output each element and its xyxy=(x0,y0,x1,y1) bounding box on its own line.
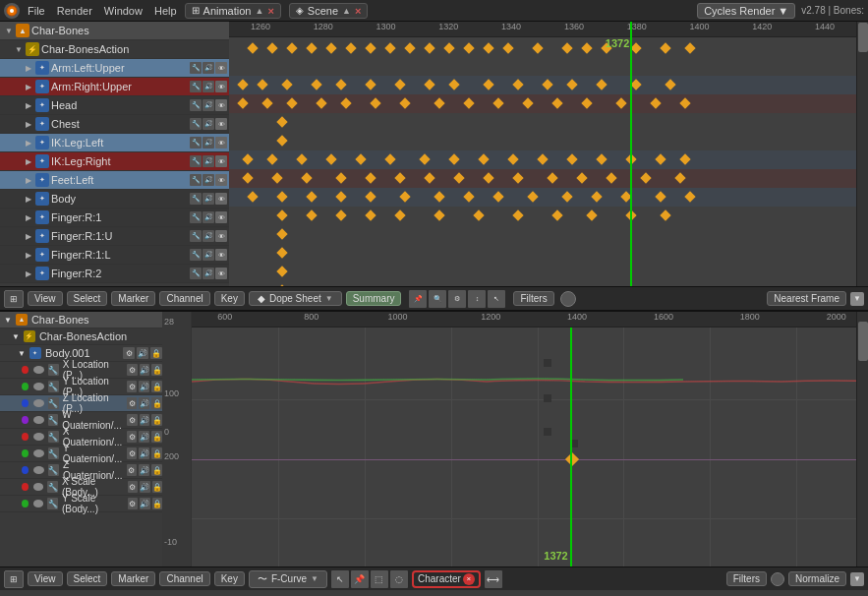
eye-icon: 👁 xyxy=(215,174,227,186)
settings-xquat[interactable]: ⚙ xyxy=(127,431,138,443)
settings-xloc[interactable]: ⚙ xyxy=(127,364,138,376)
eye-icon-zloc[interactable] xyxy=(33,399,44,407)
dope-sheet-scrollbar[interactable] xyxy=(856,22,868,286)
menu-render[interactable]: Render xyxy=(57,5,92,17)
settings-yloc[interactable]: ⚙ xyxy=(127,381,138,392)
filters-btn[interactable]: Filters xyxy=(513,291,553,306)
svg-rect-64 xyxy=(448,153,459,164)
color-dot-yq xyxy=(22,449,29,457)
channel-row-arm-left[interactable]: ▶ ✦ Arm:Left:Upper 🔧 🔊 👁 xyxy=(0,59,229,78)
channel-row-body[interactable]: ▶ ✦ Body 🔧 🔊 👁 xyxy=(0,190,229,209)
editor-type-scene[interactable]: ◈ Scene ▲ × xyxy=(289,3,369,19)
channel-row-finger-r1l[interactable]: ▶ ✦ Finger:R:1:L 🔧 🔊 👁 xyxy=(0,246,229,265)
tnum-1400: 1400 xyxy=(567,312,587,322)
settings-icon[interactable]: ⚙ xyxy=(448,290,466,308)
channel-row-chest[interactable]: ▶ ✦ Chest 🔧 🔊 👁 xyxy=(0,115,229,134)
fc-row-char-bones[interactable]: ▼ ▲ Char-Bones xyxy=(0,312,162,328)
fcurve-mode-dropdown[interactable]: 〜 F-Curve ▼ xyxy=(249,570,327,588)
box-select[interactable]: ⬚ xyxy=(371,570,388,588)
settings-yscale[interactable]: ⚙ xyxy=(128,498,138,509)
eye-icon-yscale[interactable] xyxy=(33,500,43,507)
eye-icon-yloc[interactable] xyxy=(33,383,44,390)
character-tab-label[interactable]: Character xyxy=(418,573,461,584)
fc-row-action[interactable]: ▼ ⚡ Char-BonesAction xyxy=(0,328,162,345)
svg-rect-101 xyxy=(655,191,665,202)
channel-row-finger-r1u[interactable]: ▶ ✦ Finger:R:1:U 🔧 🔊 👁 xyxy=(0,227,229,246)
settings-yquat[interactable]: ⚙ xyxy=(127,447,138,459)
eye-icon-wquat[interactable] xyxy=(33,416,44,424)
settings-wquat[interactable]: ⚙ xyxy=(127,414,138,426)
fcurve-key-menu[interactable]: Key xyxy=(214,571,245,586)
view-mode-btn[interactable]: ⊞ xyxy=(4,290,24,308)
pin-icon[interactable]: 📌 xyxy=(409,290,427,308)
snap-icon[interactable]: ▼ xyxy=(850,292,864,306)
summary-btn[interactable]: Summary xyxy=(346,291,402,306)
fcurve-view-menu[interactable]: View xyxy=(28,571,63,586)
settings-xscale[interactable]: ⚙ xyxy=(128,481,138,493)
fcurve-filters[interactable]: Filters xyxy=(726,571,767,586)
channel-row-head[interactable]: ▶ ✦ Head 🔧 🔊 👁 xyxy=(0,96,229,115)
svg-rect-109 xyxy=(473,209,484,220)
menu-file[interactable]: File xyxy=(28,5,45,17)
push-pull-icon[interactable]: ⟷ xyxy=(485,570,502,588)
eye-icon-zquat[interactable] xyxy=(33,466,44,474)
filter-circle-fc[interactable] xyxy=(771,572,784,586)
close-animation-btn[interactable]: × xyxy=(267,5,273,17)
settings-icon[interactable]: ⚙ xyxy=(123,347,135,359)
nearest-frame-btn[interactable]: Nearest Frame xyxy=(767,291,846,306)
eye-icon-xscale[interactable] xyxy=(33,483,43,491)
filter-circle[interactable] xyxy=(560,291,576,307)
channel-row-ik-leg-left[interactable]: ▶ ✦ IK:Leg:Left 🔧 🔊 👁 xyxy=(0,134,229,152)
channel-row-char-bones[interactable]: ▼ ▲ Char-Bones xyxy=(0,22,229,40)
editor-type-animation[interactable]: ⊞ Animation ▲ × xyxy=(185,3,281,19)
menu-help[interactable]: Help xyxy=(154,5,177,17)
settings-zloc[interactable]: ⚙ xyxy=(127,397,138,409)
fcurve-scrollbar[interactable] xyxy=(856,312,868,566)
search-icon[interactable]: 🔍 xyxy=(429,290,446,308)
engine-dropdown[interactable]: Cycles Render ▼ xyxy=(697,3,795,19)
pin-tool[interactable]: 📌 xyxy=(351,570,369,588)
eye-icon-yquat[interactable] xyxy=(33,449,44,457)
lasso-select[interactable]: ◌ xyxy=(390,570,408,588)
normalize-arrow[interactable]: ▼ xyxy=(850,572,864,586)
channel-menu[interactable]: Channel xyxy=(159,291,209,306)
eye-icon-xloc[interactable] xyxy=(33,366,44,374)
select-menu[interactable]: Select xyxy=(67,291,108,306)
sync-icon[interactable]: ↕ xyxy=(468,290,486,308)
menu-window[interactable]: Window xyxy=(104,5,143,17)
svg-rect-18 xyxy=(581,42,592,53)
channel-row-arm-right[interactable]: ▶ ✦ Arm:Right:Upper 🔧 🔊 👁 xyxy=(0,78,229,96)
svg-rect-26 xyxy=(311,79,321,89)
fcurve-scrollbar-thumb[interactable] xyxy=(858,322,868,361)
channel-row-feet-left[interactable]: ▶ ✦ Feet:Left 🔧 🔊 👁 xyxy=(0,171,229,190)
normalize-btn[interactable]: Normalize xyxy=(788,571,846,586)
channel-row-action[interactable]: ▼ ⚡ Char-BonesAction xyxy=(0,40,229,59)
key-menu[interactable]: Key xyxy=(214,291,245,306)
channel-label-finger-r2: Finger:R:2 xyxy=(51,268,188,279)
cursor-icon[interactable]: ↖ xyxy=(488,290,505,308)
speaker-icon: 🔊 xyxy=(203,249,214,261)
fcurve-select-menu[interactable]: Select xyxy=(67,571,108,586)
scrollbar-thumb[interactable] xyxy=(858,23,868,52)
channel-row-finger-r1[interactable]: ▶ ✦ Finger:R:1 🔧 🔊 👁 xyxy=(0,209,229,227)
fcurve-graph[interactable]: 28 -10 0 100 200 600 800 1000 1200 1400 … xyxy=(162,312,856,566)
view-menu[interactable]: View xyxy=(28,291,63,306)
eye-icon-xquat[interactable] xyxy=(33,433,44,441)
fcurve-view-mode[interactable]: ⊞ xyxy=(4,570,24,588)
fcurve-channel-menu[interactable]: Channel xyxy=(159,571,209,586)
dope-sheet-timeline[interactable]: 1260 1280 1300 1320 1340 1360 1380 1400 … xyxy=(229,22,856,286)
close-scene-btn[interactable]: × xyxy=(355,5,361,17)
close-character-tab[interactable]: × xyxy=(463,573,475,585)
channel-label-finger-r1: Finger:R:1 xyxy=(51,211,188,223)
fcurve-marker-menu[interactable]: Marker xyxy=(111,571,155,586)
marker-menu[interactable]: Marker xyxy=(111,291,155,306)
svg-rect-67 xyxy=(537,153,548,164)
svg-rect-34 xyxy=(542,79,552,89)
mode-dropdown[interactable]: ◆ Dope Sheet ▼ xyxy=(249,291,342,306)
settings-zquat[interactable]: ⚙ xyxy=(127,464,138,476)
wrench-yloc: 🔧 xyxy=(48,381,59,392)
channel-row-finger-r2[interactable]: ▶ ✦ Finger:R:2 🔧 🔊 👁 xyxy=(0,265,229,283)
fc-row-yscale[interactable]: 🔧 Y Scale (Body...) ⚙ 🔊 🔒 xyxy=(0,496,162,512)
cursor-tool[interactable]: ↖ xyxy=(331,570,349,588)
channel-row-ik-leg-right[interactable]: ▶ ✦ IK:Leg:Right 🔧 🔊 👁 xyxy=(0,152,229,171)
